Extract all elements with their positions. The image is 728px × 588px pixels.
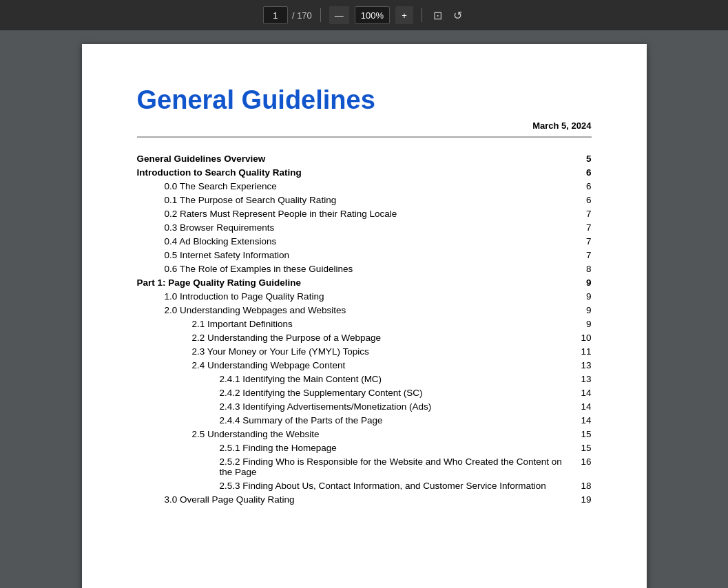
toc-label: 0.4 Ad Blocking Extensions: [137, 236, 571, 246]
toc-entry[interactable]: 2.2 Understanding the Purpose of a Webpa…: [137, 330, 592, 344]
toc-entry[interactable]: Introduction to Search Quality Rating6: [137, 165, 592, 179]
toc-label: 0.5 Internet Safety Information: [137, 250, 571, 260]
toc-label: Part 1: Page Quality Rating Guideline: [137, 277, 571, 288]
page-number-input[interactable]: [263, 6, 288, 24]
toc-page-number: 7: [578, 209, 592, 219]
toc-label: 2.4.4 Summary of the Parts of the Page: [137, 415, 571, 426]
zoom-out-button[interactable]: —: [329, 6, 349, 24]
divider-1: [320, 8, 321, 22]
toc-page-number: 9: [578, 291, 592, 302]
toc-label: 2.1 Important Definitions: [137, 319, 571, 329]
toc-entry[interactable]: 0.4 Ad Blocking Extensions7: [137, 234, 592, 248]
toc-label: 2.3 Your Money or Your Life (YMYL) Topic…: [137, 346, 571, 357]
toc-label: 2.0 Understanding Webpages and Websites: [137, 305, 571, 315]
toc-entry[interactable]: 2.5.3 Finding About Us, Contact Informat…: [137, 479, 592, 492]
toc-label: 2.4.1 Identifying the Main Content (MC): [137, 374, 571, 384]
divider-2: [422, 8, 422, 22]
title-divider: [137, 136, 592, 138]
toc-entry[interactable]: 0.2 Raters Must Represent People in thei…: [137, 207, 592, 220]
toc-entry[interactable]: 2.1 Important Definitions9: [137, 317, 592, 330]
toc-page-number: 6: [578, 195, 592, 205]
toc-entry[interactable]: 1.0 Introduction to Page Quality Rating9: [137, 289, 592, 303]
toc-label: 0.3 Browser Requirements: [137, 222, 571, 233]
pdf-viewer-area: General Guidelines March 5, 2024 General…: [0, 30, 728, 588]
toc-entry[interactable]: 2.0 Understanding Webpages and Websites9: [137, 303, 592, 317]
rotate-icon[interactable]: ↺: [450, 8, 465, 23]
document-title: General Guidelines: [137, 85, 592, 115]
toc-entry[interactable]: 2.5.2 Finding Who is Responsible for the…: [137, 454, 592, 479]
toolbar: / 170 — 100% + ⊡ ↺: [0, 0, 728, 30]
toc-entry[interactable]: 2.4 Understanding Webpage Content13: [137, 358, 592, 372]
toc-page-number: 6: [578, 167, 592, 178]
toc-page-number: 16: [578, 456, 592, 467]
toc-entry[interactable]: 2.4.4 Summary of the Parts of the Page14: [137, 413, 592, 427]
toc-entry[interactable]: 2.5 Understanding the Website15: [137, 427, 592, 441]
zoom-in-button[interactable]: +: [395, 6, 413, 24]
toc-page-number: 8: [578, 264, 592, 274]
toc-page-number: 7: [578, 222, 592, 233]
toc-label: 2.5.1 Finding the Homepage: [137, 443, 571, 453]
toc-label: 0.2 Raters Must Represent People in thei…: [137, 209, 571, 219]
toc-entry[interactable]: 2.4.2 Identifying the Supplementary Cont…: [137, 386, 592, 399]
toc-label: 0.6 The Role of Examples in these Guidel…: [137, 264, 571, 274]
toc-label: 2.4.3 Identifying Advertisements/Monetiz…: [137, 401, 571, 412]
document-date: March 5, 2024: [137, 120, 592, 131]
toc-entry[interactable]: 2.5.1 Finding the Homepage15: [137, 441, 592, 454]
total-pages-label: / 170: [292, 10, 312, 21]
toc-label: 2.4.2 Identifying the Supplementary Cont…: [137, 388, 571, 398]
toc-page-number: 14: [578, 415, 592, 426]
toc-label: 2.5 Understanding the Website: [137, 429, 571, 439]
toc-page-number: 14: [578, 388, 592, 398]
toc-entry[interactable]: 0.1 The Purpose of Search Quality Rating…: [137, 193, 592, 207]
toc-page-number: 13: [578, 360, 592, 370]
fit-page-icon[interactable]: ⊡: [430, 8, 445, 23]
toc-label: 1.0 Introduction to Page Quality Rating: [137, 291, 571, 302]
toc-entry[interactable]: 2.3 Your Money or Your Life (YMYL) Topic…: [137, 344, 592, 358]
toc-page-number: 9: [578, 319, 592, 329]
toc-page-number: 10: [578, 333, 592, 343]
toc-page-number: 15: [578, 429, 592, 439]
page-navigation: / 170: [263, 6, 312, 24]
toc-entry[interactable]: 0.3 Browser Requirements7: [137, 220, 592, 234]
toc-page-number: 14: [578, 401, 592, 412]
toc-entry[interactable]: 3.0 Overall Page Quality Rating19: [137, 492, 592, 506]
toc-page-number: 7: [578, 236, 592, 246]
toc-page-number: 11: [578, 346, 592, 357]
pdf-page: General Guidelines March 5, 2024 General…: [82, 44, 647, 588]
toc-page-number: 19: [578, 494, 592, 505]
toc-label: 2.5.3 Finding About Us, Contact Informat…: [137, 481, 571, 491]
toc-page-number: 15: [578, 443, 592, 453]
table-of-contents: General Guidelines Overview5Introduction…: [137, 151, 592, 506]
toc-label: General Guidelines Overview: [137, 154, 571, 164]
zoom-level-button[interactable]: 100%: [355, 6, 390, 24]
toc-label: 2.2 Understanding the Purpose of a Webpa…: [137, 333, 571, 343]
toc-entry[interactable]: General Guidelines Overview5: [137, 151, 592, 165]
toc-page-number: 9: [578, 277, 592, 288]
toc-label: 2.4 Understanding Webpage Content: [137, 360, 571, 370]
toc-label: 0.0 The Search Experience: [137, 181, 571, 191]
toc-entry[interactable]: 0.0 The Search Experience6: [137, 179, 592, 193]
toc-page-number: 6: [578, 181, 592, 191]
toc-page-number: 5: [578, 154, 592, 164]
toc-label: 2.5.2 Finding Who is Responsible for the…: [137, 456, 571, 477]
toc-page-number: 7: [578, 250, 592, 260]
toc-entry[interactable]: 0.5 Internet Safety Information7: [137, 248, 592, 262]
toc-label: 3.0 Overall Page Quality Rating: [137, 494, 571, 505]
toc-page-number: 13: [578, 374, 592, 384]
toc-page-number: 9: [578, 305, 592, 315]
toc-entry[interactable]: 2.4.3 Identifying Advertisements/Monetiz…: [137, 399, 592, 413]
toc-entry[interactable]: 2.4.1 Identifying the Main Content (MC)1…: [137, 372, 592, 386]
toc-entry[interactable]: 0.6 The Role of Examples in these Guidel…: [137, 262, 592, 275]
toc-page-number: 18: [578, 481, 592, 491]
toc-entry[interactable]: Part 1: Page Quality Rating Guideline9: [137, 275, 592, 289]
toc-label: 0.1 The Purpose of Search Quality Rating: [137, 195, 571, 205]
toc-label: Introduction to Search Quality Rating: [137, 167, 571, 178]
